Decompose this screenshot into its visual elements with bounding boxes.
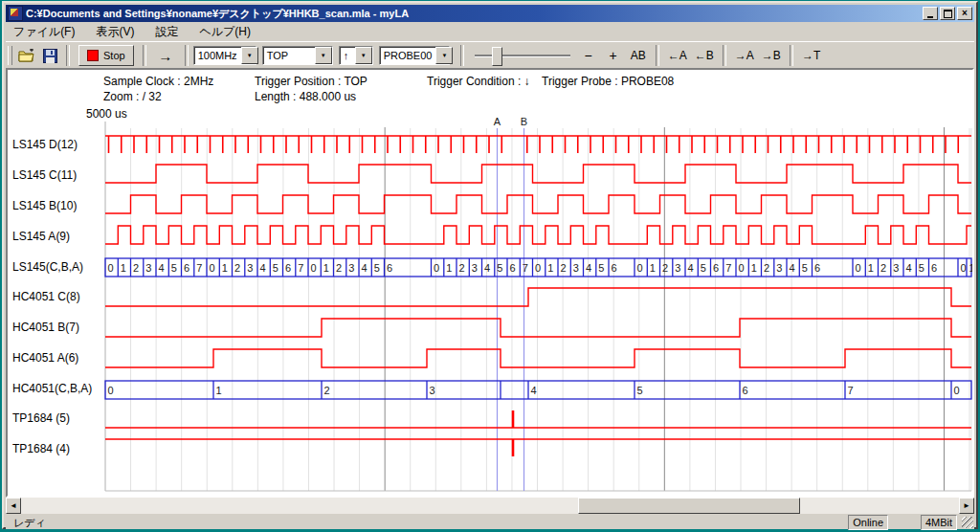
ab-markers-button[interactable]: AB — [626, 45, 651, 66]
svg-text:1: 1 — [969, 262, 975, 274]
svg-text:4: 4 — [484, 262, 490, 274]
svg-text:7: 7 — [725, 262, 731, 274]
svg-text:5: 5 — [598, 262, 604, 274]
svg-text:6: 6 — [713, 262, 719, 274]
horizontal-scrollbar[interactable]: ◄ ► — [6, 498, 974, 514]
svg-text:4: 4 — [688, 262, 694, 274]
svg-text:5: 5 — [919, 262, 924, 274]
toolbar: Stop → 100MHz ▼ TOP ▼ ↑ ▼ PROBE00 ▼ − + … — [6, 41, 974, 69]
goto-marker-b-right-button[interactable]: →B — [758, 45, 785, 66]
svg-text:3: 3 — [893, 262, 899, 274]
toolbar-separator — [460, 45, 464, 66]
toolbar-separator — [185, 45, 189, 66]
menu-file[interactable]: ファイル(F) — [6, 22, 82, 42]
memory-badge: 4MBit — [921, 515, 957, 530]
waveform-canvas[interactable]: AB01234567012345670123456012345670123456… — [8, 70, 974, 496]
svg-text:4: 4 — [531, 385, 537, 396]
scroll-right-button[interactable]: ► — [959, 498, 974, 514]
svg-text:7: 7 — [848, 385, 854, 396]
svg-text:3: 3 — [348, 262, 354, 274]
open-folder-icon — [18, 49, 35, 62]
svg-text:5: 5 — [273, 262, 278, 274]
floppy-disk-icon — [43, 49, 57, 63]
scroll-left-button[interactable]: ◄ — [6, 498, 21, 514]
goto-marker-b-left-button[interactable]: ←B — [691, 45, 718, 66]
svg-text:3: 3 — [145, 262, 151, 274]
svg-text:3: 3 — [675, 262, 680, 274]
svg-text:2: 2 — [324, 385, 330, 396]
svg-text:3: 3 — [247, 262, 253, 274]
svg-text:2: 2 — [234, 262, 240, 274]
zoom-slider[interactable] — [475, 45, 570, 66]
svg-text:6: 6 — [184, 262, 189, 274]
trigger-edge-combo[interactable]: ↑ ▼ — [339, 46, 373, 65]
svg-text:2: 2 — [764, 262, 769, 274]
svg-text:0: 0 — [108, 262, 114, 274]
trigger-position-combo[interactable]: TOP ▼ — [262, 46, 333, 65]
chevron-down-icon[interactable]: ▼ — [355, 47, 372, 64]
goto-trigger-button[interactable]: →T — [798, 45, 825, 66]
svg-text:3: 3 — [776, 262, 782, 274]
svg-text:7: 7 — [196, 262, 202, 274]
zoom-slider-track[interactable] — [475, 55, 570, 56]
svg-text:5: 5 — [374, 262, 380, 274]
status-text: レディ — [13, 516, 46, 530]
zoom-out-button[interactable]: − — [576, 45, 601, 66]
waveform-panel: Sample Clock : 2MHz Trigger Position : T… — [6, 68, 974, 498]
desktop: { "window": { "title": "C:¥Documents and… — [0, 0, 980, 532]
svg-text:2: 2 — [133, 262, 139, 274]
chevron-down-icon[interactable]: ▼ — [241, 47, 258, 64]
svg-text:0: 0 — [739, 262, 745, 274]
window-title: C:¥Documents and Settings¥noname¥デスクトップ¥… — [26, 7, 923, 21]
svg-text:6: 6 — [612, 262, 617, 274]
svg-text:7: 7 — [523, 262, 528, 274]
chevron-down-icon[interactable]: ▼ — [315, 47, 332, 64]
maximize-button[interactable] — [940, 7, 955, 20]
svg-text:6: 6 — [285, 262, 291, 274]
open-file-button[interactable] — [15, 45, 38, 66]
svg-text:0: 0 — [961, 262, 967, 274]
svg-text:0: 0 — [210, 262, 215, 274]
minimize-icon — [927, 16, 933, 18]
trigger-probe-combo[interactable]: PROBE00 ▼ — [379, 46, 450, 65]
chevron-down-icon[interactable]: ▼ — [435, 47, 453, 64]
stop-button[interactable]: Stop — [78, 45, 134, 66]
menu-help[interactable]: ヘルプ(H) — [191, 22, 258, 42]
svg-text:1: 1 — [650, 262, 656, 274]
online-badge: Online — [848, 515, 888, 530]
trigger-edge-value: ↑ — [344, 50, 351, 61]
zoom-in-button[interactable]: + — [601, 45, 626, 66]
svg-text:1: 1 — [751, 262, 757, 274]
svg-text:1: 1 — [222, 262, 228, 274]
scrollbar-thumb[interactable] — [578, 498, 800, 514]
svg-text:A: A — [494, 116, 501, 127]
stop-label: Stop — [103, 50, 125, 61]
sample-clock-combo[interactable]: 100MHz ▼ — [193, 46, 256, 65]
zoom-slider-thumb[interactable] — [492, 47, 502, 66]
save-button[interactable] — [38, 45, 61, 66]
minimize-button[interactable] — [923, 7, 938, 20]
menu-view[interactable]: 表示(V) — [88, 22, 142, 42]
close-button[interactable]: × — [957, 7, 972, 20]
svg-text:1: 1 — [868, 262, 874, 274]
svg-text:6: 6 — [510, 262, 516, 274]
resize-grip[interactable] — [962, 517, 973, 528]
svg-text:1: 1 — [121, 262, 126, 274]
svg-text:0: 0 — [637, 262, 643, 274]
svg-text:0: 0 — [535, 262, 541, 274]
title-bar[interactable]: C:¥Documents and Settings¥noname¥デスクトップ¥… — [6, 5, 974, 22]
goto-marker-a-left-button[interactable]: ←A — [664, 45, 691, 66]
svg-text:0: 0 — [954, 385, 960, 396]
svg-text:0: 0 — [434, 262, 439, 274]
svg-text:2: 2 — [662, 262, 668, 274]
toolbar-separator — [143, 45, 146, 66]
menu-settings[interactable]: 設定 — [147, 22, 186, 42]
toolbar-gripper[interactable] — [8, 46, 12, 65]
run-button[interactable]: → — [151, 45, 180, 66]
trigger-position-value: TOP — [267, 50, 311, 61]
svg-text:4: 4 — [586, 262, 591, 274]
toolbar-separator — [656, 45, 659, 66]
svg-text:0: 0 — [856, 262, 861, 274]
svg-text:1: 1 — [323, 262, 329, 274]
goto-marker-a-right-button[interactable]: →A — [731, 45, 758, 66]
